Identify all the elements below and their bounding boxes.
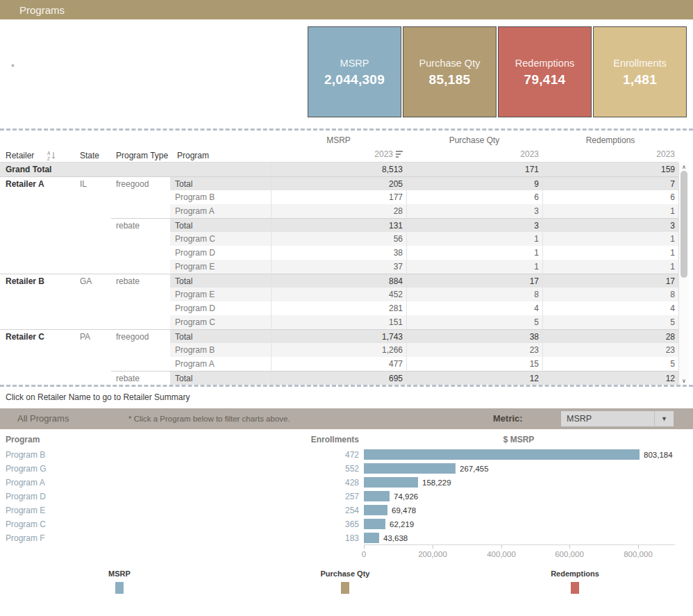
program-type-cell	[111, 357, 170, 371]
state-cell	[73, 246, 111, 260]
x-axis-line	[364, 544, 675, 545]
kpi-card-redemptions[interactable]: Redemptions79,414	[498, 26, 592, 117]
x-axis-tick	[364, 545, 365, 549]
bar-value-label: 43,638	[383, 531, 408, 545]
retailer-cell: Grand Total	[0, 163, 73, 176]
column-header-retailer[interactable]: Retailer	[6, 151, 34, 160]
year-label: 2023	[656, 149, 675, 159]
year-label: 2023	[520, 149, 539, 159]
column-header-program-type[interactable]: Program Type	[116, 151, 168, 160]
column-header-state[interactable]: State	[80, 151, 99, 160]
dashboard-title-bar: Programs	[0, 0, 693, 19]
chart-enrollment-value: 365	[290, 517, 359, 531]
msrp-bar[interactable]	[364, 533, 379, 543]
purchase-qty-value-cell: 38	[406, 329, 542, 343]
scroll-down-icon[interactable]: ∨	[679, 376, 689, 385]
year-label: 2023	[374, 149, 393, 159]
sort-az-icon[interactable]: A Z	[47, 151, 56, 161]
chart-program-label[interactable]: Program C	[6, 517, 117, 531]
state-cell	[73, 204, 111, 218]
program-type-cell	[111, 190, 170, 204]
table-row: Program A477155	[0, 357, 678, 371]
table-row: Program B17766	[0, 190, 678, 204]
msrp-value-cell: 1,266	[271, 343, 406, 357]
kpi-card-enrollments[interactable]: Enrollments1,481	[593, 26, 687, 117]
purchase-qty-value-cell: 23	[406, 343, 542, 357]
bar-value-label: 267,455	[460, 462, 489, 476]
program-cell: Program E	[170, 288, 271, 301]
purchase-qty-value-cell: 3	[406, 218, 542, 232]
table-footnote: Click on Retailer Name to go to Retailer…	[6, 389, 190, 406]
msrp-value-cell: 28	[271, 204, 406, 218]
program-type-cell	[111, 204, 170, 218]
svg-text:A: A	[47, 151, 51, 156]
chart-program-label[interactable]: Program A	[6, 476, 117, 490]
redemptions-value-cell: 1	[542, 246, 678, 260]
program-type-cell	[111, 246, 170, 260]
measure-header-msrp: MSRP	[271, 135, 406, 145]
chart-enrollment-value: 254	[290, 503, 359, 517]
table-scrollbar[interactable]: ∧ ∨	[678, 163, 689, 385]
legend-swatch[interactable]	[341, 582, 349, 594]
state-cell: PA	[73, 329, 111, 343]
legend-swatch[interactable]	[571, 582, 579, 594]
program-type-cell: rebate	[111, 371, 170, 385]
program-cell: Program A	[170, 204, 271, 218]
msrp-value-cell: 281	[271, 301, 406, 315]
retailer-cell[interactable]: Retailer B	[0, 274, 73, 288]
state-cell	[73, 315, 111, 329]
retailer-cell[interactable]: Retailer A	[0, 176, 73, 190]
program-cell: Total	[170, 218, 271, 232]
kpi-label: Enrollments	[613, 58, 667, 69]
msrp-value-cell: 38	[271, 246, 406, 260]
kpi-card-msrp[interactable]: MSRP2,044,309	[308, 26, 401, 117]
msrp-bar[interactable]	[364, 505, 387, 515]
filter-asterisk: *	[11, 63, 15, 72]
msrp-bar[interactable]	[364, 491, 390, 501]
msrp-value-cell: 695	[271, 371, 406, 385]
metric-dropdown-button[interactable]: ▼	[654, 411, 674, 426]
table-row: rebateTotal6951212	[0, 371, 678, 385]
chart-program-label[interactable]: Program G	[6, 462, 117, 476]
bar-value-label: 803,184	[644, 448, 673, 462]
legend-swatch[interactable]	[115, 582, 124, 594]
msrp-bar[interactable]	[364, 463, 456, 474]
chart-program-label[interactable]: Program F	[6, 531, 117, 545]
kpi-card-purchase-qty[interactable]: Purchase Qty85,185	[403, 26, 496, 117]
state-cell	[73, 218, 111, 232]
purchase-qty-value-cell: 1	[406, 246, 542, 260]
program-type-cell	[111, 301, 170, 315]
state-cell	[73, 301, 111, 315]
x-axis-tick-label: 800,000	[607, 550, 669, 558]
state-cell	[73, 357, 111, 371]
msrp-bar[interactable]	[364, 477, 418, 488]
year-header[interactable]: 2023	[406, 148, 542, 160]
program-cell: Program D	[170, 301, 271, 315]
purchase-qty-value-cell: 15	[406, 357, 542, 371]
chart-program-label[interactable]: Program E	[6, 503, 117, 517]
program-cell: Program B	[170, 190, 271, 204]
sort-desc-icon[interactable]	[396, 151, 403, 158]
msrp-value-cell: 177	[271, 190, 406, 204]
program-cell: Program A	[170, 357, 271, 371]
retailer-cell[interactable]: Retailer C	[0, 329, 73, 343]
scroll-up-icon[interactable]: ∧	[679, 163, 689, 171]
chart-program-label[interactable]: Program B	[6, 448, 117, 462]
purchase-qty-value-cell: 9	[406, 176, 542, 190]
purchase-qty-value-cell: 5	[406, 315, 542, 329]
x-axis-tick-label: 200,000	[401, 550, 464, 558]
msrp-bar[interactable]	[364, 519, 385, 529]
program-type-cell: freegood	[111, 176, 170, 190]
year-header[interactable]: 2023	[542, 148, 678, 160]
msrp-value-cell: 131	[271, 218, 406, 232]
column-header-program[interactable]: Program	[177, 151, 209, 160]
chart-program-label[interactable]: Program D	[6, 490, 117, 503]
msrp-value-cell: 8,513	[271, 163, 406, 176]
msrp-bar[interactable]	[364, 449, 640, 460]
redemptions-value-cell: 23	[542, 343, 678, 357]
redemptions-value-cell: 28	[542, 329, 678, 343]
metric-dropdown[interactable]: MSRP ▼	[561, 411, 674, 426]
scrollbar-thumb[interactable]	[681, 171, 687, 278]
filter-hint: * Click a Program below to filter charts…	[128, 408, 290, 429]
year-header[interactable]: 2023	[271, 148, 406, 160]
